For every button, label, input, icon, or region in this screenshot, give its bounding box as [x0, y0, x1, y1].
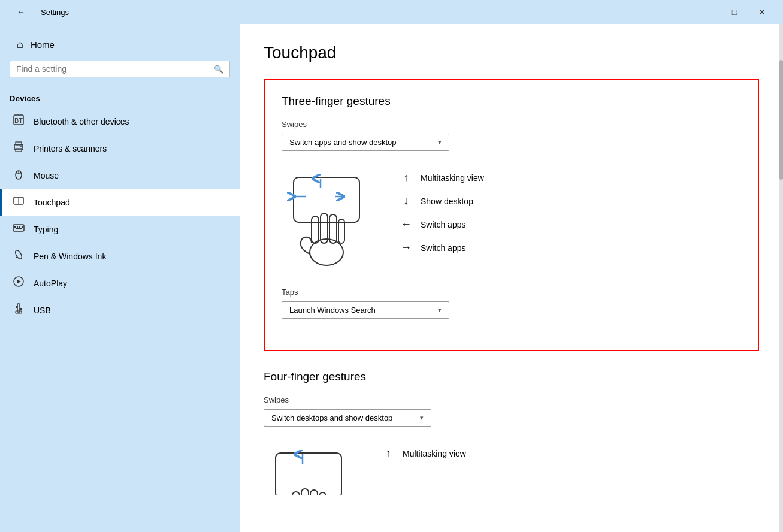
arrow-down-icon: ↓ [400, 195, 412, 207]
search-icon: 🔍 [214, 65, 223, 74]
svg-rect-38 [310, 490, 318, 495]
titlebar: ← Settings — □ ✕ [0, 0, 783, 24]
sidebar-item-label: Pen & Windows Ink [34, 252, 106, 261]
svg-point-17 [14, 249, 23, 260]
sidebar-item-pen[interactable]: Pen & Windows Ink [0, 243, 240, 270]
sidebar-item-bluetooth[interactable]: BT Bluetooth & other devices [0, 108, 240, 135]
arrow-up-icon: ↑ [382, 447, 394, 460]
chevron-down-icon: ▾ [438, 306, 442, 314]
four-finger-title: Four-finger gestures [264, 370, 759, 383]
four-swipes-dropdown[interactable]: Switch desktops and show desktop ▾ [264, 409, 431, 427]
arrow-right-icon: → [400, 241, 412, 254]
devices-label: Devices [0, 92, 240, 108]
sidebar-item-label: USB [34, 306, 51, 315]
sidebar-item-usb[interactable]: USB [0, 297, 240, 324]
legend-item: ← Switch apps [400, 218, 484, 231]
home-button[interactable]: ⌂ Home [10, 34, 230, 56]
minimize-button[interactable]: — [693, 0, 721, 24]
autoplay-icon [12, 276, 25, 291]
swipes-label: Swipes [282, 120, 741, 129]
svg-rect-36 [292, 492, 300, 495]
hand-diagram [282, 165, 371, 273]
close-button[interactable]: ✕ [748, 0, 776, 24]
legend-item: ↑ Multitasking view [400, 171, 484, 184]
arrow-up-icon: ↑ [400, 171, 412, 184]
gesture-area: ↑ Multitasking view ↓ Show desktop ← Swi… [282, 165, 741, 273]
usb-icon [12, 303, 25, 318]
sidebar: ⌂ Home 🔍 Devices BT Bluetooth & other de… [0, 24, 240, 532]
svg-point-5 [20, 146, 22, 147]
svg-rect-13 [17, 226, 18, 228]
four-finger-legend: ↑ Multitasking view [382, 441, 466, 460]
chevron-down-icon: ▾ [438, 138, 442, 146]
touchpad-icon [12, 195, 25, 210]
four-finger-gesture-area: ↑ Multitasking view [264, 441, 759, 495]
home-icon: ⌂ [17, 38, 23, 51]
legend-item: ↑ Multitasking view [382, 447, 466, 460]
pen-icon [12, 249, 25, 264]
swipes-dropdown[interactable]: Switch apps and show desktop ▾ [282, 134, 449, 151]
sidebar-item-typing[interactable]: Typing [0, 216, 240, 243]
legend-label: Show desktop [421, 197, 473, 206]
svg-rect-12 [14, 226, 16, 228]
legend-item: → Switch apps [400, 241, 484, 254]
svg-rect-14 [19, 226, 20, 228]
arrow-left-icon: ← [400, 218, 412, 231]
svg-rect-15 [22, 226, 23, 228]
legend-label: Switch apps [421, 243, 465, 253]
svg-rect-34 [276, 453, 341, 495]
four-finger-section: Four-finger gestures Swipes Switch deskt… [264, 370, 759, 495]
svg-rect-23 [16, 306, 17, 308]
page-title: Touchpad [264, 43, 759, 62]
taps-label: Taps [282, 288, 741, 297]
legend-label: Switch apps [421, 220, 465, 229]
four-swipes-label: Swipes [264, 395, 759, 404]
swipes-value: Switch apps and show desktop [289, 138, 397, 147]
legend-label: Multitasking view [403, 449, 466, 458]
sidebar-item-autoplay[interactable]: AutoPlay [0, 270, 240, 297]
sidebar-item-mouse[interactable]: Mouse [0, 162, 240, 189]
sidebar-item-label: Typing [34, 225, 58, 234]
svg-rect-39 [319, 492, 326, 495]
scrollbar-track[interactable] [779, 24, 783, 532]
sidebar-item-printers[interactable]: Printers & scanners [0, 135, 240, 162]
window-controls: — □ ✕ [693, 0, 776, 24]
sidebar-item-label: Bluetooth & other devices [34, 117, 129, 126]
main-content: Touchpad Three-finger gestures Swipes Sw… [240, 24, 783, 532]
svg-text:BT: BT [14, 117, 23, 124]
svg-rect-30 [312, 216, 319, 243]
three-finger-section: Three-finger gestures Swipes Switch apps… [264, 79, 759, 351]
svg-marker-20 [17, 280, 21, 283]
sidebar-item-label: Mouse [34, 171, 59, 180]
printer-icon [12, 141, 25, 156]
mouse-icon [12, 168, 25, 183]
app-body: ⌂ Home 🔍 Devices BT Bluetooth & other de… [0, 24, 783, 532]
sidebar-item-label: Printers & scanners [34, 144, 107, 153]
chevron-down-icon: ▾ [420, 414, 424, 422]
back-button[interactable]: ← [7, 0, 35, 24]
svg-rect-24 [20, 308, 22, 310]
search-box[interactable]: 🔍 [10, 61, 230, 77]
svg-rect-16 [16, 228, 22, 229]
four-swipes-value: Switch desktops and show desktop [271, 413, 392, 422]
legend-label: Multitasking view [421, 173, 484, 183]
sidebar-item-touchpad[interactable]: Touchpad [0, 189, 240, 216]
taps-value: Launch Windows Search [289, 306, 376, 315]
search-input[interactable] [16, 64, 209, 74]
maximize-button[interactable]: □ [721, 0, 748, 24]
svg-rect-37 [301, 489, 309, 495]
svg-rect-25 [294, 177, 359, 222]
app-title: Settings [41, 8, 69, 17]
four-finger-diagram [264, 441, 353, 495]
sidebar-item-label: AutoPlay [34, 279, 67, 288]
home-label: Home [31, 40, 55, 50]
keyboard-icon [12, 222, 25, 237]
taps-dropdown[interactable]: Launch Windows Search ▾ [282, 301, 449, 319]
bluetooth-icon: BT [12, 114, 25, 129]
legend-item: ↓ Show desktop [400, 195, 484, 207]
svg-line-18 [16, 257, 17, 258]
svg-rect-11 [13, 225, 24, 231]
sidebar-item-label: Touchpad [34, 198, 70, 207]
scrollbar-thumb[interactable] [779, 60, 783, 180]
gesture-legend: ↑ Multitasking view ↓ Show desktop ← Swi… [400, 165, 484, 254]
